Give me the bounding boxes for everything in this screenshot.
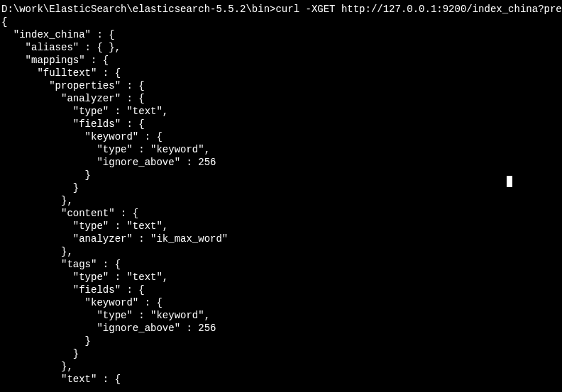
output-line: "fulltext" : { xyxy=(1,67,562,79)
output-line: "content" : { xyxy=(1,207,562,220)
output-line: }, xyxy=(1,245,562,258)
output-line: "properties" : { xyxy=(1,79,562,92)
output-line: } xyxy=(1,347,562,360)
output-line: "keyword" : { xyxy=(1,296,562,309)
terminal-output: { "index_china" : { "aliases" : { }, "ma… xyxy=(1,16,562,386)
output-line: } xyxy=(1,169,562,181)
output-line: "type" : "keyword", xyxy=(1,143,562,156)
output-line: "analyzer" : "ik_max_word" xyxy=(1,233,562,245)
output-line: }, xyxy=(1,360,562,373)
output-line: "type" : "keyword", xyxy=(1,309,562,322)
output-line: "keyword" : { xyxy=(1,130,562,143)
terminal-command-line: D:\work\ElasticSearch\elasticsearch-5.5.… xyxy=(1,3,562,16)
output-line: } xyxy=(1,181,562,194)
output-line: "analyzer" : { xyxy=(1,92,562,105)
output-line: "fields" : { xyxy=(1,284,562,296)
output-line: "type" : "text", xyxy=(1,220,562,233)
text-cursor xyxy=(507,176,512,187)
prompt-path: D:\work\ElasticSearch\elasticsearch-5.5.… xyxy=(1,4,275,15)
output-line: "type" : "text", xyxy=(1,271,562,284)
command-text: curl -XGET http://127.0.0.1:9200/index_c… xyxy=(275,4,562,15)
output-line: }, xyxy=(1,194,562,207)
output-line: "fields" : { xyxy=(1,118,562,130)
output-line: "text" : { xyxy=(1,373,562,386)
output-line: "aliases" : { }, xyxy=(1,41,562,54)
output-line: } xyxy=(1,335,562,347)
output-line: "ignore_above" : 256 xyxy=(1,156,562,169)
output-line: "mappings" : { xyxy=(1,54,562,67)
output-line: "type" : "text", xyxy=(1,105,562,118)
output-line: { xyxy=(1,16,562,28)
output-line: "ignore_above" : 256 xyxy=(1,322,562,335)
output-line: "index_china" : { xyxy=(1,28,562,41)
output-line: "tags" : { xyxy=(1,258,562,271)
